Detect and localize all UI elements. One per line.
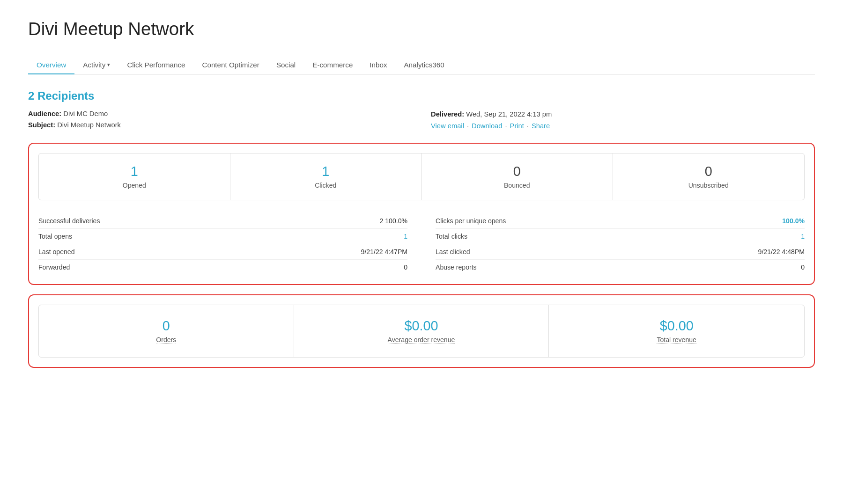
stat-clicked: 1 Clicked: [230, 153, 422, 200]
stats-top-grid: 1 Opened 1 Clicked 0 Bounced 0 Unsubscri…: [38, 153, 805, 200]
row-last-opened: Last opened 9/21/22 4:47PM: [38, 244, 407, 260]
meta-info: Audience: Divi MC Demo Delivered: Wed, S…: [28, 110, 815, 130]
tab-inbox[interactable]: Inbox: [361, 56, 395, 74]
row-forwarded: Forwarded 0: [38, 260, 407, 275]
recipients-heading: 2 Recipients: [28, 89, 815, 102]
tab-overview[interactable]: Overview: [28, 56, 74, 74]
separator-1: ·: [467, 122, 469, 130]
tab-content-optimizer[interactable]: Content Optimizer: [193, 56, 267, 74]
view-email-link[interactable]: View email: [431, 122, 464, 130]
row-successful-deliveries: Successful deliveries 2 100.0%: [38, 213, 407, 229]
revenue-card: 0 Orders $0.00 Average order revenue $0.…: [28, 294, 815, 368]
revenue-orders: 0 Orders: [39, 305, 294, 357]
row-abuse-reports: Abuse reports 0: [436, 260, 805, 275]
tab-analytics360[interactable]: Analytics360: [395, 56, 452, 74]
tab-social[interactable]: Social: [268, 56, 304, 74]
page-title: Divi Meetup Network: [28, 19, 815, 39]
stat-bounced: 0 Bounced: [422, 153, 613, 200]
stats-details: Successful deliveries 2 100.0% Total ope…: [38, 213, 805, 275]
row-total-opens: Total opens 1: [38, 229, 407, 244]
stats-card: 1 Opened 1 Clicked 0 Bounced 0 Unsubscri…: [28, 143, 815, 285]
share-link[interactable]: Share: [532, 122, 550, 130]
stat-unsubscribed: 0 Unsubscribed: [613, 153, 805, 200]
revenue-grid: 0 Orders $0.00 Average order revenue $0.…: [38, 305, 805, 358]
tab-ecommerce[interactable]: E-commerce: [304, 56, 361, 74]
delivered-field: Delivered: Wed, Sep 21, 2022 4:13 pm: [431, 110, 815, 118]
audience-field: Audience: Divi MC Demo: [28, 110, 412, 118]
action-links: View email · Download · Print · Share: [431, 122, 815, 130]
tab-click-performance[interactable]: Click Performance: [118, 56, 193, 74]
stats-left-col: Successful deliveries 2 100.0% Total ope…: [38, 213, 407, 275]
row-clicks-per-opens: Clicks per unique opens 100.0%: [436, 213, 805, 229]
download-link[interactable]: Download: [472, 122, 502, 130]
separator-2: ·: [505, 122, 507, 130]
row-total-clicks: Total clicks 1: [436, 229, 805, 244]
row-last-clicked: Last clicked 9/21/22 4:48PM: [436, 244, 805, 260]
chevron-down-icon: ▾: [107, 62, 110, 68]
stat-opened: 1 Opened: [39, 153, 230, 200]
tab-activity[interactable]: Activity ▾: [74, 56, 118, 74]
print-link[interactable]: Print: [510, 122, 524, 130]
revenue-avg-order: $0.00 Average order revenue: [294, 305, 549, 357]
revenue-total: $0.00 Total revenue: [549, 305, 804, 357]
subject-field: Subject: Divi Meetup Network: [28, 121, 412, 130]
stats-right-col: Clicks per unique opens 100.0% Total cli…: [436, 213, 805, 275]
navigation-tabs: Overview Activity ▾ Click Performance Co…: [28, 56, 815, 74]
separator-3: ·: [527, 122, 529, 130]
